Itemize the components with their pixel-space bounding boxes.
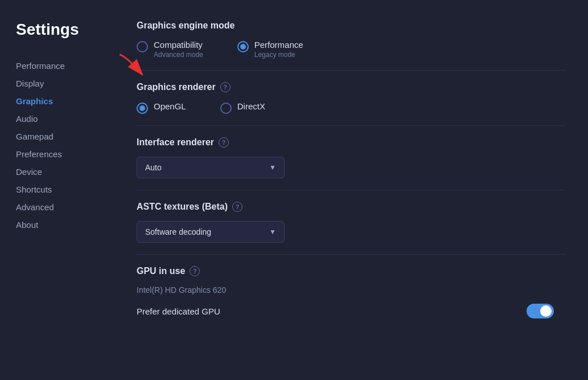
main-content: Graphics engine mode Compatibility Advan… <box>108 0 588 380</box>
graphics-renderer-section: Graphics renderer ? OpenGL DirectX <box>137 82 565 114</box>
radio-circle-directx[interactable] <box>220 103 232 114</box>
graphics-renderer-help-icon[interactable]: ? <box>220 82 231 92</box>
astc-textures-dropdown-wrapper: Software decoding ▼ <box>137 221 285 243</box>
astc-textures-label: ASTC textures (Beta) ? <box>137 202 565 212</box>
radio-label-performance: Performance Legacy mode <box>254 40 303 59</box>
sidebar-item-audio[interactable]: Audio <box>16 110 108 128</box>
graphics-engine-mode-label: Graphics engine mode <box>137 21 565 31</box>
interface-renderer-chevron-icon: ▼ <box>269 164 276 171</box>
sidebar-item-performance[interactable]: Performance <box>16 57 108 75</box>
sidebar-item-device[interactable]: Device <box>16 163 108 181</box>
astc-textures-dropdown[interactable]: Software decoding ▼ <box>137 221 285 243</box>
radio-opengl[interactable]: OpenGL <box>137 101 186 114</box>
prefer-dedicated-gpu-row: Prefer dedicated GPU <box>137 304 565 318</box>
sidebar-item-display[interactable]: Display <box>16 75 108 92</box>
sidebar-item-advanced[interactable]: Advanced <box>16 198 108 216</box>
interface-renderer-help-icon[interactable]: ? <box>219 137 229 148</box>
radio-directx[interactable]: DirectX <box>220 101 265 114</box>
radio-performance[interactable]: Performance Legacy mode <box>237 40 303 59</box>
interface-renderer-label: Interface renderer ? <box>137 137 565 148</box>
divider-1 <box>137 70 565 71</box>
divider-4 <box>137 254 565 255</box>
graphics-renderer-options: OpenGL DirectX <box>137 101 565 114</box>
radio-label-opengl: OpenGL <box>154 101 186 111</box>
app-title: Settings <box>16 21 108 39</box>
radio-circle-compatibility[interactable] <box>137 41 148 52</box>
astc-textures-chevron-icon: ▼ <box>269 228 276 236</box>
sidebar: Settings Performance Display Graphics Au… <box>0 0 108 380</box>
sidebar-item-shortcuts[interactable]: Shortcuts <box>16 181 108 198</box>
prefer-dedicated-gpu-toggle[interactable] <box>527 304 554 318</box>
sidebar-item-gamepad[interactable]: Gamepad <box>16 128 108 145</box>
radio-compatibility[interactable]: Compatibility Advanced mode <box>137 40 203 59</box>
interface-renderer-section: Interface renderer ? Auto ▼ <box>137 137 565 178</box>
gpu-help-icon[interactable]: ? <box>190 266 200 276</box>
divider-2 <box>137 125 565 126</box>
radio-label-directx: DirectX <box>237 101 265 111</box>
astc-textures-help-icon[interactable]: ? <box>232 202 242 212</box>
radio-circle-opengl[interactable] <box>137 103 148 114</box>
radio-circle-performance[interactable] <box>237 41 249 52</box>
sidebar-item-graphics[interactable]: Graphics <box>16 92 108 110</box>
radio-label-compatibility: Compatibility Advanced mode <box>154 40 203 59</box>
interface-renderer-dropdown-wrapper: Auto ▼ <box>137 157 285 178</box>
graphics-engine-mode-section: Graphics engine mode Compatibility Advan… <box>137 21 565 59</box>
gpu-in-use-label: GPU in use ? <box>137 266 565 276</box>
divider-3 <box>137 190 565 190</box>
sidebar-item-about[interactable]: About <box>16 216 108 234</box>
astc-textures-section: ASTC textures (Beta) ? Software decoding… <box>137 202 565 243</box>
graphics-engine-mode-options: Compatibility Advanced mode Performance … <box>137 40 565 59</box>
gpu-section: GPU in use ? Intel(R) HD Graphics 620 Pr… <box>137 266 565 318</box>
prefer-dedicated-gpu-label: Prefer dedicated GPU <box>137 307 220 316</box>
gpu-value: Intel(R) HD Graphics 620 <box>137 285 565 295</box>
sidebar-item-preferences[interactable]: Preferences <box>16 145 108 163</box>
interface-renderer-dropdown[interactable]: Auto ▼ <box>137 157 285 178</box>
graphics-renderer-label: Graphics renderer ? <box>137 82 565 92</box>
